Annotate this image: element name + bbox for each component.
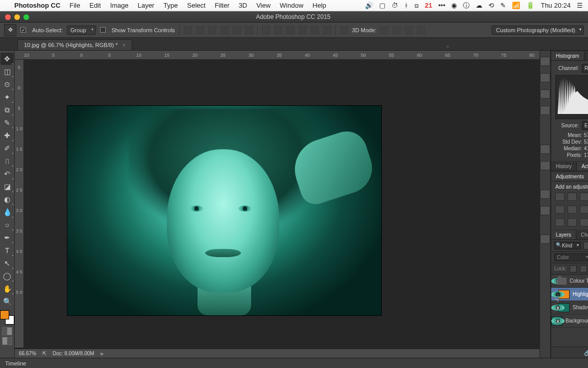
move-tool[interactable]: ✥ — [1, 53, 14, 65]
hand-tool[interactable]: ✋ — [1, 283, 14, 295]
menu-3d[interactable]: 3D — [239, 2, 248, 9]
3d-roll-icon[interactable] — [393, 26, 401, 34]
close-button[interactable] — [5, 14, 11, 20]
menu-layer[interactable]: Layer — [138, 2, 155, 9]
threshold-icon[interactable] — [580, 218, 588, 226]
clock[interactable]: Thu 20:24 — [541, 2, 571, 9]
evernote-icon[interactable]: ✎ — [500, 2, 506, 9]
magic-wand-tool[interactable]: ✦ — [1, 91, 14, 103]
hue-icon[interactable] — [555, 205, 565, 214]
3d-orbit-icon[interactable] — [380, 26, 388, 34]
tab-adjustments[interactable]: Adjustments — [551, 172, 588, 181]
3d-pan-icon[interactable] — [405, 26, 413, 34]
minimize-button[interactable] — [14, 14, 20, 20]
source-dropdown[interactable]: Entire Image — [582, 121, 588, 130]
align-left-icon[interactable] — [220, 26, 229, 34]
sync-icon[interactable]: ⟲ — [488, 2, 494, 9]
blur-tool[interactable]: 💧 — [1, 206, 14, 218]
auto-select-checkbox[interactable] — [20, 27, 26, 33]
dodge-tool[interactable]: ○ — [1, 219, 14, 231]
tab-history[interactable]: History — [551, 162, 577, 171]
pen-tool[interactable]: ✒ — [1, 232, 14, 244]
healing-tool[interactable]: ✚ — [1, 129, 14, 142]
channel-dropdown[interactable]: RGB — [582, 64, 588, 73]
colorbalance-icon[interactable] — [568, 205, 577, 214]
filter-kind-dropdown[interactable]: Kind — [554, 242, 581, 249]
menu-image[interactable]: Image — [110, 2, 129, 9]
dock-character-icon[interactable] — [540, 145, 550, 154]
timer-icon[interactable]: ⏱ — [391, 2, 398, 9]
onedrive-icon[interactable]: ⓘ — [463, 1, 470, 10]
document-tab[interactable]: 10.jpg @ 66.7% (Highlights, RGB/8) * × — [17, 39, 132, 50]
dock-properties-icon[interactable] — [540, 89, 550, 99]
tab-actions[interactable]: Actions — [577, 162, 588, 171]
bw-icon[interactable] — [580, 205, 588, 214]
history-brush-tool[interactable]: ↶ — [1, 168, 14, 180]
visibility-toggle[interactable]: 👁 — [551, 291, 565, 297]
brush-tool[interactable]: ✐ — [1, 142, 14, 154]
marquee-tool[interactable]: ◫ — [1, 65, 14, 78]
path-tool[interactable]: ↖ — [1, 257, 14, 269]
show-transform-checkbox[interactable] — [100, 27, 106, 33]
distribute-top-icon[interactable] — [262, 26, 270, 34]
visibility-toggle[interactable]: 👁 — [551, 318, 565, 324]
workspace-dropdown[interactable]: Custom Photography (Modified) — [492, 26, 584, 35]
wifi-icon[interactable]: 📶 — [512, 2, 520, 9]
panel-collapse-handle[interactable]: « — [445, 42, 450, 50]
distribute-right-icon[interactable] — [323, 26, 331, 34]
levels-icon[interactable] — [568, 193, 577, 201]
distribute-vcenter-icon[interactable] — [274, 26, 282, 34]
eraser-tool[interactable]: ◪ — [1, 180, 14, 193]
zoom-display[interactable]: 66.67% — [19, 351, 36, 356]
menu-window[interactable]: Window — [280, 2, 303, 9]
posterize-icon[interactable] — [568, 218, 577, 226]
bluetooth-icon[interactable]: ᚼ — [404, 2, 408, 9]
display-icon[interactable]: ▢ — [379, 2, 385, 9]
invert-icon[interactable] — [555, 218, 565, 226]
canvas[interactable] — [24, 60, 540, 349]
distribute-hcenter-icon[interactable] — [311, 26, 319, 34]
color-swatch[interactable] — [0, 310, 14, 325]
close-tab-icon[interactable]: × — [122, 42, 126, 48]
menu-file[interactable]: File — [69, 2, 80, 9]
tab-histogram[interactable]: Histogram — [551, 52, 584, 60]
crop-tool[interactable]: ⧉ — [1, 104, 14, 116]
align-vcenter-icon[interactable] — [196, 26, 204, 34]
align-bottom-icon[interactable] — [208, 26, 216, 34]
dock-styles-icon[interactable] — [540, 190, 550, 199]
dock-3d-icon[interactable] — [540, 235, 550, 244]
eyedropper-tool[interactable]: ✎ — [1, 117, 14, 129]
dock-brush-icon[interactable] — [540, 106, 550, 115]
link-layers-icon[interactable]: 🔗 — [584, 349, 588, 356]
status-flyout-icon[interactable]: ▶ — [101, 351, 104, 356]
lasso-tool[interactable]: ⊙ — [1, 78, 14, 90]
shape-tool[interactable]: ◯ — [1, 270, 14, 282]
zoom-tool[interactable]: 🔍 — [1, 295, 14, 308]
export-icon[interactable]: ⇱ — [42, 351, 46, 356]
ruler-vertical[interactable]: 5051 01 52 02 53 03 54 04 55 0 — [15, 60, 24, 348]
curves-icon[interactable] — [580, 193, 588, 201]
tab-navigator[interactable]: Navigator — [584, 52, 588, 60]
lock-image-icon[interactable] — [580, 265, 587, 272]
layer-group[interactable]: 👁 ▼ Colour Toning — [551, 274, 588, 288]
layer-name[interactable]: Shadows — [573, 305, 588, 310]
type-tool[interactable]: T — [1, 244, 14, 257]
layer-highlights[interactable]: 👁 Highlights — [551, 288, 588, 301]
auto-align-icon[interactable] — [340, 26, 348, 34]
align-right-icon[interactable] — [245, 26, 253, 34]
move-tool-icon[interactable]: ✥ — [4, 24, 16, 36]
more-icon[interactable]: ••• — [438, 2, 446, 9]
layer-name[interactable]: Colour Toning — [570, 278, 588, 284]
align-hcenter-icon[interactable] — [233, 26, 241, 34]
stamp-tool[interactable]: ⎍ — [1, 155, 14, 167]
timeline-panel[interactable]: Timeline — [0, 358, 588, 368]
menu-select[interactable]: Select — [187, 2, 205, 9]
volume-icon[interactable]: 🔊 — [365, 2, 373, 9]
ruler-horizontal[interactable]: 10505101520253035404550556065707580 — [15, 51, 540, 60]
layer-shadows[interactable]: 👁 Shadows — [551, 301, 588, 314]
battery-icon[interactable]: 🔋 — [526, 2, 534, 9]
3d-slide-icon[interactable] — [417, 26, 425, 34]
distribute-bottom-icon[interactable] — [286, 26, 295, 34]
menu-help[interactable]: Help — [312, 2, 326, 9]
screenmode-toggle[interactable] — [2, 337, 12, 345]
